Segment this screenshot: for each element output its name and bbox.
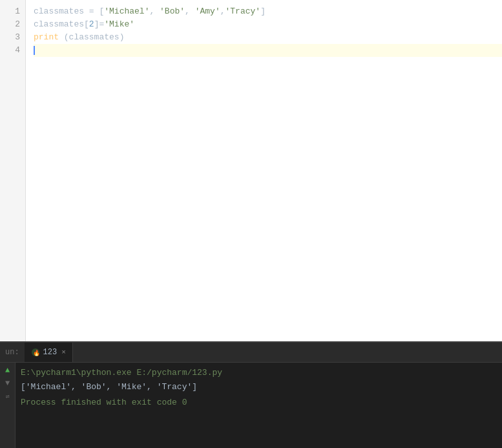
code-token: , [185, 6, 195, 16]
line-numbers: 1 2 3 4 [0, 0, 26, 341]
run-command-line: E:\pycharm1\python.exe E:/pycharm/123.py [21, 367, 497, 379]
code-token: [ [84, 19, 89, 29]
code-token: 2 [89, 19, 94, 29]
run-prefix-label: un: [0, 344, 25, 361]
line-num-3: 3 [0, 31, 25, 44]
run-output-content: E:\pycharm1\python.exe E:/pycharm/123.py… [16, 363, 502, 448]
svg-text:🔥: 🔥 [33, 349, 40, 357]
run-tab[interactable]: 🔥 123 × [25, 343, 73, 362]
editor-area: 1 2 3 4 classmates = ['Michael', 'Bob', … [0, 0, 502, 341]
scroll-down-button[interactable]: ▼ [3, 378, 13, 389]
code-token: 'Michael' [104, 6, 149, 16]
code-line-2: classmates[2]='Mike' [34, 18, 502, 31]
line-num-2: 2 [0, 18, 25, 31]
scroll-up-button[interactable]: ▲ [3, 365, 13, 376]
panel-body: ▲ ▼ ⇌ E:\pycharm1\python.exe E:/pycharm/… [0, 363, 502, 448]
fire-icon: 🔥 [31, 348, 40, 357]
tab-close-button[interactable]: × [61, 348, 66, 356]
code-token: , [149, 6, 160, 16]
run-tab-label: 123 [43, 348, 58, 357]
code-line-3: print (classmates) [34, 31, 502, 44]
down-arrow-icon: ▼ [5, 379, 10, 388]
code-token: ] [260, 6, 266, 16]
wrap-icon: ⇌ [5, 392, 9, 400]
line-num-4: 4 [0, 44, 25, 57]
wrap-button[interactable]: ⇌ [3, 391, 13, 401]
run-panel: un: 🔥 123 × ▲ ▼ ⇌ E:\pycharm1\python.e [0, 341, 502, 448]
cursor [34, 46, 35, 55]
code-token: 'Amy' [195, 6, 220, 16]
code-token: , [220, 6, 225, 16]
code-container: 1 2 3 4 classmates = ['Michael', 'Bob', … [0, 0, 502, 341]
code-token: 'Tracy' [225, 6, 261, 16]
code-token: classmates [34, 19, 84, 29]
run-finished-line: Process finished with exit code 0 [21, 396, 497, 409]
up-arrow-icon: ▲ [5, 366, 10, 375]
code-line-1: classmates = ['Michael', 'Bob', 'Amy','T… [34, 5, 502, 18]
code-editor[interactable]: classmates = ['Michael', 'Bob', 'Amy','T… [26, 0, 502, 341]
code-line-4 [34, 44, 502, 57]
code-token: = [84, 6, 99, 16]
line-num-1: 1 [0, 5, 25, 18]
code-token: classmates [34, 6, 84, 16]
run-side-controls: ▲ ▼ ⇌ [0, 363, 16, 448]
code-token: 'Mike' [104, 19, 134, 29]
code-token: 'Bob' [160, 6, 185, 16]
panel-tabs-strip: un: 🔥 123 × [0, 343, 502, 363]
code-token: print [34, 32, 59, 42]
code-token: (classmates) [59, 32, 124, 42]
run-output-line: ['Michael', 'Bob', 'Mike', 'Tracy'] [21, 381, 497, 394]
